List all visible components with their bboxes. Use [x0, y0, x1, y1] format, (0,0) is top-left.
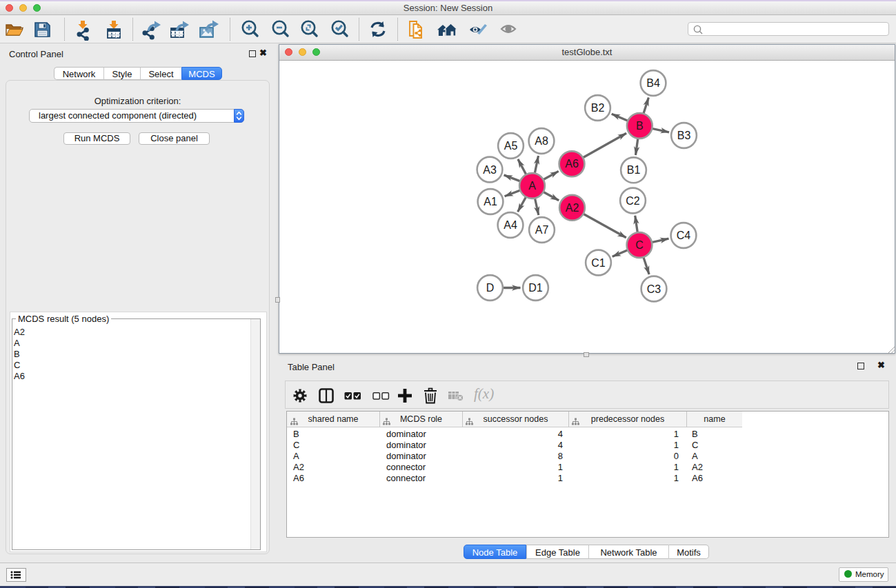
svg-text:B3: B3	[677, 130, 691, 141]
svg-text:C4: C4	[677, 230, 691, 241]
svg-text:D1: D1	[528, 282, 543, 294]
svg-text:B2: B2	[591, 102, 605, 114]
svg-text:B: B	[636, 120, 644, 132]
svg-text:A3: A3	[483, 164, 497, 176]
svg-text:C3: C3	[647, 283, 661, 295]
svg-text:A4: A4	[504, 219, 517, 231]
svg-text:C2: C2	[626, 195, 640, 207]
svg-text:A5: A5	[504, 140, 518, 152]
svg-text:A2: A2	[566, 202, 579, 214]
svg-text:A: A	[528, 180, 536, 192]
svg-text:C: C	[635, 239, 644, 251]
svg-text:A1: A1	[484, 196, 497, 207]
svg-text:B1: B1	[627, 164, 641, 176]
svg-text:D: D	[486, 282, 495, 294]
svg-text:B4: B4	[646, 77, 660, 89]
svg-text:A6: A6	[565, 158, 579, 170]
svg-text:C1: C1	[591, 257, 606, 269]
svg-text:A8: A8	[535, 135, 548, 147]
svg-text:A7: A7	[535, 224, 549, 236]
